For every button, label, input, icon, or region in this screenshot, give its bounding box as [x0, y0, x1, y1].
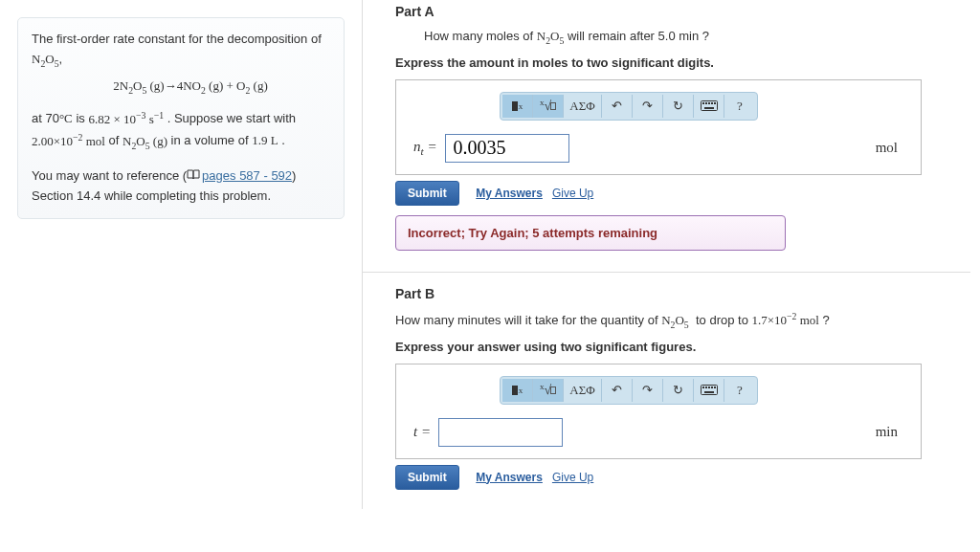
greek-button[interactable]: ΑΣΦ — [564, 379, 602, 402]
part-b-label: Part B — [395, 286, 970, 301]
intro-equation: 2N2O5 (g)→4NO2 (g) + O2 (g) — [51, 77, 330, 98]
help-icon[interactable]: ? — [724, 379, 755, 402]
reset-icon[interactable]: ↻ — [663, 379, 694, 402]
intro-conditions: at 70°C is 6.82 × 10−3 s−1 . Suppose we … — [32, 107, 330, 153]
redo-icon[interactable]: ↷ — [633, 95, 663, 118]
book-icon — [187, 166, 200, 187]
part-a: Part A How many moles of N2O5 will remai… — [395, 4, 970, 251]
intro-reference: You may want to reference (pages 587 - 5… — [32, 166, 330, 207]
part-b-answer-area: x x√ ΑΣΦ ↶ ↷ ↻ ? t = min — [395, 364, 922, 459]
reset-icon[interactable]: ↻ — [663, 95, 694, 118]
part-a-my-answers-link[interactable]: My Answers — [476, 187, 543, 200]
part-a-submit-row: Submit My Answers Give Up — [395, 181, 970, 206]
template-rect-icon[interactable]: x — [502, 379, 533, 402]
template-sqrt-icon[interactable]: x√ — [533, 95, 564, 118]
keyboard-icon[interactable] — [694, 379, 724, 402]
part-b-my-answers-link[interactable]: My Answers — [476, 471, 543, 484]
svg-rect-9 — [705, 386, 707, 388]
help-icon[interactable]: ? — [724, 95, 755, 118]
part-divider — [363, 272, 970, 273]
svg-rect-6 — [704, 107, 714, 109]
greek-button[interactable]: ΑΣΦ — [564, 95, 602, 118]
part-b-question: How many minutes will it take for the qu… — [395, 311, 970, 330]
part-a-variable: nt = — [413, 139, 437, 157]
equation-toolbar-b: x x√ ΑΣΦ ↶ ↷ ↻ ? — [500, 376, 758, 405]
part-b-submit-row: Submit My Answers Give Up — [395, 465, 970, 490]
equation-toolbar: x x√ ΑΣΦ ↶ ↷ ↻ ? — [500, 92, 758, 121]
svg-rect-12 — [714, 386, 716, 388]
undo-icon[interactable]: ↶ — [602, 379, 633, 402]
part-a-give-up-link[interactable]: Give Up — [552, 187, 593, 200]
part-b-give-up-link[interactable]: Give Up — [552, 471, 593, 484]
intro-line1: The first-order rate constant for the de… — [32, 30, 330, 71]
svg-rect-4 — [711, 102, 713, 104]
svg-rect-10 — [708, 386, 710, 388]
svg-rect-1 — [702, 102, 704, 104]
part-b: Part B How many minutes will it take for… — [395, 286, 970, 490]
problem-intro-panel: The first-order rate constant for the de… — [0, 0, 362, 509]
part-a-eq-row: nt = mol — [413, 134, 903, 163]
intro-box: The first-order rate constant for the de… — [17, 17, 345, 219]
parts-panel: Part A How many moles of N2O5 will remai… — [362, 0, 980, 509]
part-b-eq-row: t = min — [413, 418, 903, 447]
svg-rect-11 — [711, 386, 713, 388]
part-a-label: Part A — [395, 4, 970, 19]
svg-rect-2 — [705, 102, 707, 104]
part-a-submit-button[interactable]: Submit — [395, 181, 459, 206]
part-a-instruction: Express the amount in moles to two signi… — [395, 55, 970, 70]
reference-link[interactable]: pages 587 - 592 — [202, 168, 292, 183]
part-b-input[interactable] — [438, 418, 563, 447]
keyboard-icon[interactable] — [694, 95, 724, 118]
part-a-question: How many moles of N2O5 will remain after… — [424, 29, 970, 46]
part-a-feedback: Incorrect; Try Again; 5 attempts remaini… — [395, 215, 786, 251]
svg-rect-5 — [714, 102, 716, 104]
template-rect-icon[interactable]: x — [502, 95, 533, 118]
part-b-variable: t = — [413, 424, 431, 440]
undo-icon[interactable]: ↶ — [602, 95, 633, 118]
part-a-answer-area: x x√ ΑΣΦ ↶ ↷ ↻ ? nt = mol — [395, 79, 922, 175]
svg-rect-3 — [708, 102, 710, 104]
svg-rect-8 — [702, 386, 704, 388]
part-b-instruction: Express your answer using two significan… — [395, 340, 970, 354]
template-sqrt-icon[interactable]: x√ — [533, 379, 564, 402]
redo-icon[interactable]: ↷ — [633, 379, 663, 402]
part-b-unit: min — [876, 424, 903, 440]
part-a-unit: mol — [876, 140, 903, 156]
part-b-submit-button[interactable]: Submit — [395, 465, 459, 490]
part-a-input[interactable] — [445, 134, 569, 163]
svg-rect-13 — [704, 391, 714, 393]
